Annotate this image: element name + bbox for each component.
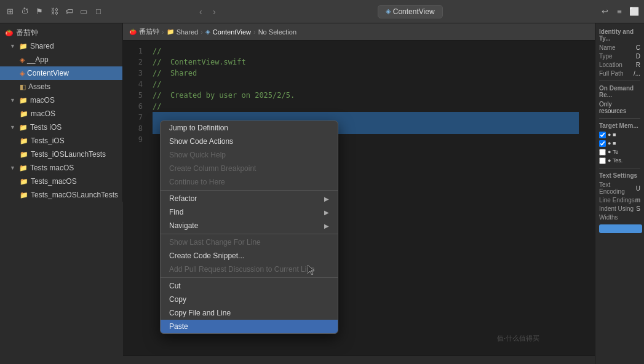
folder-icon-2: 📁 bbox=[19, 97, 28, 105]
right-panel-inner: Identity and Ty... Name C Type D Locatio… bbox=[595, 23, 644, 238]
breadcrumb-app-icon: 🍅 bbox=[129, 28, 137, 35]
sidebar-label-root: 番茄钟 bbox=[16, 28, 38, 38]
breadcrumb-sep1: › bbox=[162, 28, 164, 36]
timer-icon[interactable]: ⏱ bbox=[20, 7, 30, 17]
panel-label-fullpath: Full Path bbox=[599, 70, 623, 77]
sidebar-item-tests-macos-group[interactable]: ▼ 📁 Tests macOS bbox=[0, 161, 122, 175]
chain-icon[interactable]: ⛓ bbox=[49, 7, 59, 17]
app-icon: 🍅 bbox=[5, 29, 14, 37]
panel-label-widths: Widths bbox=[599, 214, 618, 221]
breadcrumb-app[interactable]: 番茄钟 bbox=[139, 27, 159, 36]
list-icon[interactable]: ≡ bbox=[614, 7, 624, 17]
menu-item-cut[interactable]: Cut bbox=[161, 279, 338, 293]
panel-section-demand: On Demand Re... bbox=[599, 85, 640, 98]
editor-area: 🍅 番茄钟 › 📁 Shared › ◈ ContentView › No Se… bbox=[123, 23, 595, 364]
menu-item-copy-file-line[interactable]: Copy File and Line bbox=[161, 306, 338, 320]
sidebar-item-tests-macos[interactable]: 📁 Tests_macOS bbox=[0, 175, 122, 188]
target-1-label: ● ■ bbox=[608, 132, 616, 138]
menu-separator-2 bbox=[161, 234, 338, 234]
panel-label-endings: Line Endings bbox=[599, 197, 635, 204]
menu-item-jump-to-def[interactable]: Jump to Definition bbox=[161, 121, 338, 135]
menu-item-paste[interactable]: Paste bbox=[161, 320, 338, 333]
file-navigator: 🍅 番茄钟 ▼ 📁 Shared ◈ __App ◈ ContentView ◧… bbox=[0, 23, 123, 202]
menu-label-create-column-bp: Create Column Breakpoint bbox=[169, 164, 256, 173]
panel-label-indent: Indent Using bbox=[599, 205, 634, 212]
sidebar-item-macos-group[interactable]: ▼ 📁 macOS bbox=[0, 93, 122, 107]
sidebar-item-tests-ios-launch[interactable]: 📁 Tests_iOSLaunchTests bbox=[0, 148, 122, 161]
nav-back-button[interactable]: ‹ bbox=[194, 7, 207, 17]
panel-value-type: D bbox=[636, 53, 640, 60]
menu-item-create-snippet[interactable]: Create Code Snippet... bbox=[161, 249, 338, 263]
menu-label-copy: Copy bbox=[169, 295, 186, 304]
panel-label-type: Type bbox=[599, 53, 613, 60]
panel-value-resources: Only resources bbox=[599, 101, 640, 114]
menu-label-jump-to-def: Jump to Definition bbox=[169, 124, 228, 132]
sidebar-label-macos-group: macOS bbox=[30, 96, 55, 105]
menu-item-show-code-actions[interactable]: Show Code Actions bbox=[161, 135, 338, 148]
menu-label-show-code-actions: Show Code Actions bbox=[169, 137, 233, 146]
panel-row-resources: Only resources bbox=[599, 101, 640, 114]
panel-icon[interactable]: ⬜ bbox=[629, 7, 639, 17]
sidebar-item-app[interactable]: ◈ __App bbox=[0, 53, 122, 66]
swift-icon-2: ◈ bbox=[20, 69, 25, 77]
active-tab[interactable]: ◈ ContentView bbox=[378, 5, 443, 18]
return-icon[interactable]: ↩ bbox=[600, 7, 610, 17]
scrollbar bbox=[586, 41, 595, 355]
panel-row-encoding: Text Encoding U bbox=[599, 181, 640, 195]
checkbox-3[interactable] bbox=[599, 149, 606, 156]
panel-section-target: Target Mem... bbox=[599, 122, 640, 129]
menu-label-refactor: Refactor bbox=[169, 194, 197, 203]
tab-bar: ◈ ContentView bbox=[224, 5, 596, 18]
panel-value-name: C bbox=[636, 44, 640, 51]
bottom-scrollbar[interactable] bbox=[123, 355, 595, 364]
checkbox-2[interactable] bbox=[599, 140, 606, 147]
flag-icon[interactable]: ⚑ bbox=[34, 7, 44, 17]
toolbar-left-icons: ⊞ ⏱ ⚑ ⛓ 🏷 ▭ □ bbox=[5, 7, 191, 17]
menu-label-show-quick-help: Show Quick Help bbox=[169, 151, 226, 159]
main-content: 🍅 番茄钟 ▼ 📁 Shared ◈ __App ◈ ContentView ◧… bbox=[0, 23, 644, 364]
folder-icon-3: 📁 bbox=[20, 110, 28, 118]
checkbox-1[interactable] bbox=[599, 132, 606, 138]
sidebar-label-contentview: ContentView bbox=[27, 69, 69, 77]
breadcrumb-shared[interactable]: Shared bbox=[177, 28, 198, 36]
breadcrumb-contentview[interactable]: ContentView bbox=[213, 28, 251, 36]
sidebar-item-tests-ios[interactable]: 📁 Tests_iOS bbox=[0, 134, 122, 148]
panel-row-widths: Widths bbox=[599, 214, 640, 221]
target-4-label: ● Tes. bbox=[608, 157, 622, 164]
sidebar-item-contentview[interactable]: ◈ ContentView bbox=[0, 66, 122, 80]
breadcrumb: 🍅 番茄钟 › 📁 Shared › ◈ ContentView › No Se… bbox=[123, 23, 595, 41]
square-icon[interactable]: □ bbox=[93, 7, 103, 17]
breadcrumb-selection[interactable]: No Selection bbox=[258, 28, 296, 36]
sidebar-item-shared[interactable]: ▼ 📁 Shared bbox=[0, 39, 122, 53]
menu-label-paste: Paste bbox=[169, 322, 188, 331]
menu-item-refactor[interactable]: Refactor ▶ bbox=[161, 192, 338, 205]
panel-value-endings: m bbox=[635, 197, 640, 204]
sidebar-item-tests-macos-launch[interactable]: 📁 Tests_macOSLaunchTests bbox=[0, 188, 122, 202]
sidebar-label-assets: Assets bbox=[28, 82, 50, 91]
menu-item-navigate[interactable]: Navigate ▶ bbox=[161, 219, 338, 232]
menu-item-find[interactable]: Find ▶ bbox=[161, 205, 338, 219]
grid-icon[interactable]: ⊞ bbox=[5, 7, 15, 17]
sidebar-item-macos[interactable]: 📁 macOS bbox=[0, 107, 122, 121]
panel-row-indent: Indent Using S bbox=[599, 205, 640, 212]
panel-label-location: Location bbox=[599, 61, 622, 68]
rect-icon[interactable]: ▭ bbox=[79, 7, 89, 17]
tag-icon[interactable]: 🏷 bbox=[64, 7, 74, 17]
tab-label: ContentView bbox=[393, 7, 435, 16]
folder-icon-6: 📁 bbox=[20, 151, 28, 159]
sidebar-item-tests-ios-group[interactable]: ▼ 📁 Tests iOS bbox=[0, 121, 122, 134]
sidebar-item-assets[interactable]: ◧ Assets bbox=[0, 80, 122, 93]
menu-item-copy[interactable]: Copy bbox=[161, 293, 338, 306]
panel-section-identity: Identity and Ty... bbox=[599, 28, 640, 42]
panel-row-type: Type D bbox=[599, 53, 640, 60]
menu-separator-3 bbox=[161, 277, 338, 278]
sidebar-label-tests-ios-group: Tests iOS bbox=[30, 123, 62, 132]
nav-forward-button[interactable]: › bbox=[208, 7, 220, 17]
sidebar-item-root[interactable]: 🍅 番茄钟 bbox=[0, 26, 122, 39]
checkbox-4[interactable] bbox=[599, 157, 606, 164]
menu-item-continue-here: Continue to Here bbox=[161, 175, 338, 189]
panel-value-location: R bbox=[636, 61, 640, 68]
folder-icon: 📁 bbox=[19, 42, 28, 50]
blue-accent-bar bbox=[599, 224, 642, 233]
panel-row-name: Name C bbox=[599, 44, 640, 51]
